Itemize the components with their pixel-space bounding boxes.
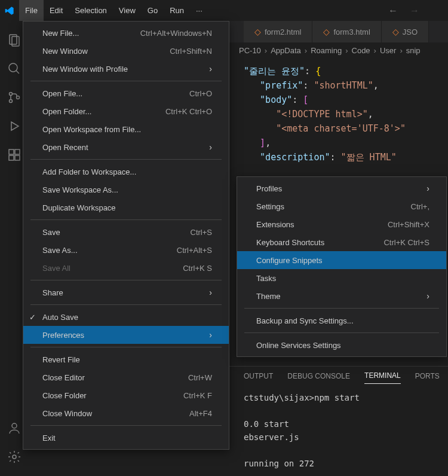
menu-item-open-file[interactable]: Open File...Ctrl+O	[23, 84, 229, 102]
html-file-icon: ◇	[392, 27, 399, 36]
menu-item-open-recent[interactable]: Open Recent›	[23, 138, 229, 156]
svg-point-4	[10, 100, 13, 103]
submenu-item-keyboard-shortcuts[interactable]: Keyboard ShortcutsCtrl+K Ctrl+S	[237, 233, 446, 251]
menu-item-exit[interactable]: Exit	[23, 429, 229, 447]
menu-view[interactable]: View	[113, 0, 142, 21]
menubar: FileEditSelectionViewGoRun	[19, 0, 190, 21]
chevron-right-icon: ›	[426, 184, 429, 193]
menu-separator	[30, 219, 222, 220]
menu-item-new-window[interactable]: New WindowCtrl+Shift+N	[23, 42, 229, 60]
menu-separator	[244, 332, 439, 333]
menu-item-save-as[interactable]: Save As...Ctrl+Alt+S	[23, 241, 229, 259]
menu-item-duplicate-workspace[interactable]: Duplicate Workspace	[23, 199, 229, 216]
svg-point-10	[12, 423, 17, 428]
breadcrumb-item[interactable]: Code	[352, 46, 370, 55]
file-menu-dropdown: New File...Ctrl+Alt+Windows+NNew WindowC…	[23, 21, 229, 450]
submenu-item-profiles[interactable]: Profiles›	[237, 179, 446, 197]
submenu-item-extensions[interactable]: ExtensionsCtrl+Shift+X	[237, 215, 446, 233]
menu-separator	[30, 347, 222, 347]
submenu-item-configure-snippets[interactable]: Configure Snippets	[237, 251, 446, 269]
menu-separator	[30, 280, 222, 280]
preferences-submenu: Profiles›SettingsCtrl+,ExtensionsCtrl+Sh…	[237, 176, 447, 357]
menu-go[interactable]: Go	[142, 0, 164, 21]
chevron-right-icon: ›	[426, 291, 429, 301]
breadcrumb-item[interactable]: AppData	[271, 46, 301, 55]
menu-item-close-folder[interactable]: Close FolderCtrl+K F	[23, 386, 229, 404]
menu-selection[interactable]: Selection	[69, 0, 112, 21]
chevron-right-icon: ›	[305, 46, 307, 55]
submenu-item-settings[interactable]: SettingsCtrl+,	[237, 197, 446, 215]
svg-point-5	[17, 96, 20, 99]
chevron-right-icon: ›	[374, 46, 376, 55]
menu-item-auto-save[interactable]: ✓Auto Save	[23, 308, 229, 326]
menu-separator	[30, 81, 222, 81]
submenu-item-theme[interactable]: Theme›	[237, 287, 446, 305]
menu-item-new-window-with-profile[interactable]: New Window with Profile›	[23, 60, 229, 78]
menu-separator	[30, 159, 222, 160]
menu-item-add-folder-to-workspace[interactable]: Add Folder to Workspace...	[23, 163, 229, 181]
menu-file[interactable]: File	[19, 0, 44, 21]
titlebar: FileEditSelectionViewGoRun ··· ← →	[0, 0, 448, 21]
chevron-right-icon: ›	[345, 46, 348, 55]
chevron-right-icon: ›	[265, 46, 267, 55]
svg-point-3	[10, 93, 13, 96]
menu-item-share[interactable]: Share›	[23, 283, 229, 301]
nav-back-icon[interactable]: ←	[388, 5, 398, 16]
chevron-right-icon: ›	[209, 142, 212, 152]
panel-tab-debug-console[interactable]: DEBUG CONSOLE	[287, 368, 350, 384]
menu-item-new-file[interactable]: New File...Ctrl+Alt+Windows+N	[23, 24, 229, 42]
editor-tab[interactable]: ◇JSO	[382, 21, 429, 42]
check-icon: ✓	[29, 313, 36, 322]
nav-forward-icon[interactable]: →	[410, 5, 419, 16]
panel-tab-output[interactable]: OUTPUT	[244, 368, 273, 384]
chevron-right-icon: ›	[209, 330, 212, 340]
svg-point-2	[9, 63, 17, 72]
menu-item-save-all: Save AllCtrl+K S	[23, 259, 229, 277]
breadcrumb-item[interactable]: PC-10	[239, 46, 261, 55]
menu-item-close-editor[interactable]: Close EditorCtrl+W	[23, 368, 229, 386]
editor-tab[interactable]: ◇form2.html	[244, 21, 312, 42]
breadcrumb-item[interactable]: snip	[406, 46, 421, 55]
chevron-right-icon: ›	[209, 64, 212, 74]
menu-item-save[interactable]: SaveCtrl+S	[23, 223, 229, 241]
menu-separator	[30, 304, 222, 305]
editor-tab[interactable]: ◇form3.html	[312, 21, 381, 42]
breadcrumb-item[interactable]: User	[380, 46, 396, 55]
menu-overflow-icon[interactable]: ···	[190, 0, 208, 21]
menu-item-save-workspace-as[interactable]: Save Workspace As...	[23, 181, 229, 199]
svg-rect-9	[15, 155, 20, 160]
svg-rect-8	[9, 155, 14, 160]
chevron-right-icon: ›	[400, 46, 402, 55]
panel-tab-ports[interactable]: PORTS	[415, 368, 440, 384]
menu-edit[interactable]: Edit	[44, 0, 69, 21]
menu-item-preferences[interactable]: Preferences›	[23, 326, 229, 344]
chevron-right-icon: ›	[209, 288, 212, 297]
svg-rect-6	[9, 149, 14, 154]
submenu-item-tasks[interactable]: Tasks	[237, 269, 446, 287]
menu-item-revert-file[interactable]: Revert File	[23, 350, 229, 368]
vscode-logo-icon	[5, 6, 14, 16]
menu-separator	[30, 425, 222, 426]
html-file-icon: ◇	[254, 27, 261, 36]
breadcrumb-item[interactable]: Roaming	[311, 46, 342, 55]
svg-point-11	[13, 455, 16, 459]
menu-item-close-window[interactable]: Close WindowAlt+F4	[23, 404, 229, 422]
menu-run[interactable]: Run	[164, 0, 190, 21]
submenu-item-backup-and-sync-settings[interactable]: Backup and Sync Settings...	[237, 312, 446, 329]
menu-item-open-folder[interactable]: Open Folder...Ctrl+K Ctrl+O	[23, 102, 229, 120]
submenu-item-online-services-settings[interactable]: Online Services Settings	[237, 336, 446, 354]
menu-separator	[244, 308, 439, 309]
html-file-icon: ◇	[323, 27, 330, 36]
menu-item-open-workspace-from-file[interactable]: Open Workspace from File...	[23, 120, 229, 138]
panel-tab-terminal[interactable]: TERMINAL	[364, 368, 401, 384]
svg-rect-7	[15, 149, 20, 154]
